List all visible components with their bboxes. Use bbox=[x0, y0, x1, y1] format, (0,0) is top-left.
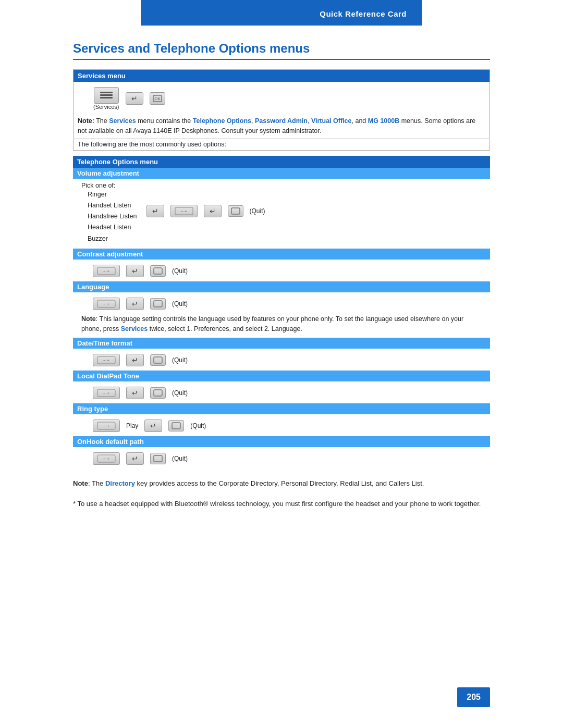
ring-row: − + Play ↵ (Quit) bbox=[73, 414, 490, 436]
language-enter-arrow: ↵ bbox=[132, 300, 138, 308]
telephone-options-header: Telephone Options menu bbox=[73, 156, 490, 168]
services-menu-buttons-row: (Services) ↵ OK bbox=[74, 82, 490, 114]
datetime-header: Date/Time format bbox=[73, 338, 490, 349]
onhook-btn-row: − + ↵ (Quit) bbox=[77, 449, 486, 467]
language-services-bold: Services bbox=[121, 325, 148, 332]
ring-wide-key: − + bbox=[93, 419, 120, 432]
ring-quit-key bbox=[168, 420, 184, 431]
volume-enter-arrow-2: ↵ bbox=[210, 207, 216, 215]
svg-text:OK: OK bbox=[154, 96, 161, 101]
svg-text:−   +: − + bbox=[103, 456, 109, 461]
datetime-quit-label: (Quit) bbox=[172, 356, 188, 364]
ring-btn-row: − + Play ↵ (Quit) bbox=[77, 416, 486, 434]
datetime-enter-arrow: ↵ bbox=[132, 356, 138, 364]
contrast-row: − + ↵ (Quit) bbox=[73, 260, 490, 281]
contrast-enter-arrow: ↵ bbox=[132, 267, 138, 275]
ring-enter-key: ↵ bbox=[144, 419, 162, 432]
svg-text:−   +: − + bbox=[103, 302, 109, 306]
contrast-quit-label: (Quit) bbox=[172, 267, 188, 275]
top-banner: Quick Reference Card bbox=[141, 0, 422, 26]
bottom-note-bold: Note bbox=[73, 479, 88, 487]
svg-text:−   +: − + bbox=[103, 391, 109, 396]
language-note: Note: This language setting controls the… bbox=[77, 312, 486, 336]
svg-rect-22 bbox=[172, 423, 180, 429]
services-key-icon bbox=[94, 87, 119, 104]
contrast-wide-key: − + bbox=[93, 265, 120, 277]
ring-header: Ring type bbox=[73, 403, 490, 414]
volume-option-handsfree: Handsfree Listen bbox=[88, 211, 137, 222]
language-header: Language bbox=[73, 281, 490, 292]
onhook-header: OnHook default path bbox=[73, 436, 490, 447]
volume-row: Pick one of: Ringer Handset Listen Hands… bbox=[73, 179, 490, 249]
telephone-options-table: Telephone Options menu Volume adjustment… bbox=[73, 156, 490, 470]
dialpad-btn-row: − + ↵ (Quit) bbox=[77, 384, 486, 401]
svg-text:−   +: − + bbox=[103, 424, 109, 428]
dialpad-row: − + ↵ (Quit) bbox=[73, 381, 490, 403]
datetime-quit-key bbox=[150, 354, 166, 366]
services-menu-table: Services menu bbox=[73, 69, 490, 151]
note-bold-1: Note: bbox=[78, 117, 94, 125]
language-quit-label: (Quit) bbox=[172, 300, 188, 307]
svg-rect-10 bbox=[154, 268, 162, 274]
enter-key-1: ↵ bbox=[126, 92, 143, 105]
volume-enter-key-2: ↵ bbox=[204, 205, 222, 217]
ring-enter-arrow: ↵ bbox=[150, 422, 156, 430]
select-key-1: OK bbox=[150, 92, 165, 105]
volume-option-ringer: Ringer bbox=[88, 189, 137, 200]
volume-option-handset: Handset Listen bbox=[88, 200, 137, 211]
services-label: (Services) bbox=[93, 104, 119, 110]
banner-title: Quick Reference Card bbox=[320, 9, 407, 18]
datetime-btn-row: − + ↵ (Quit) bbox=[77, 351, 486, 368]
page-title: Services and Telephone Options menus bbox=[73, 41, 490, 60]
language-btn-row: − + ↵ (Quit) bbox=[77, 294, 486, 312]
pick-one-label: Pick one of: bbox=[77, 181, 486, 189]
volume-option-headset: Headset Listen bbox=[88, 222, 137, 233]
volume-btn-row: ↵ − + ↵ bbox=[141, 189, 486, 219]
dialpad-wide-key: − + bbox=[93, 387, 120, 399]
svg-rect-19 bbox=[154, 390, 162, 396]
services-menu-header: Services menu bbox=[74, 70, 490, 82]
services-btn-row: (Services) ↵ OK bbox=[78, 84, 485, 112]
ring-quit-label: (Quit) bbox=[190, 422, 206, 429]
services-note: Note: The Services menu contains the Tel… bbox=[74, 114, 490, 138]
language-wide-key: − + bbox=[93, 298, 120, 310]
page-wrapper: Quick Reference Card Services and Teleph… bbox=[0, 0, 563, 728]
dialpad-header: Local DialPad Tone bbox=[73, 371, 490, 381]
volume-quit-key bbox=[228, 205, 243, 217]
bluetooth-note: * To use a headset equipped with Bluetoo… bbox=[73, 499, 490, 510]
volume-enter-arrow: ↵ bbox=[152, 207, 158, 215]
dialpad-quit-key bbox=[150, 387, 166, 399]
svg-rect-25 bbox=[154, 455, 162, 462]
svg-text:−   +: − + bbox=[181, 209, 187, 214]
svg-rect-7 bbox=[231, 208, 240, 214]
enter-arrow-1: ↵ bbox=[131, 94, 138, 103]
contrast-enter-key: ↵ bbox=[126, 265, 144, 277]
contrast-quit-key bbox=[150, 265, 166, 277]
svg-text:−   +: − + bbox=[103, 358, 109, 363]
language-row: − + ↵ (Quit) bbox=[73, 292, 490, 338]
language-enter-key: ↵ bbox=[126, 298, 144, 310]
onhook-row: − + ↵ (Quit) bbox=[73, 447, 490, 469]
language-note-bold: Note bbox=[81, 315, 96, 323]
svg-rect-0 bbox=[100, 92, 113, 93]
contrast-btn-row: − + ↵ (Quit) bbox=[77, 262, 486, 279]
svg-rect-2 bbox=[100, 97, 113, 98]
volume-option-buzzer: Buzzer bbox=[88, 233, 137, 244]
language-quit-key bbox=[150, 298, 166, 310]
volume-content: Ringer Handset Listen Handsfree Listen H… bbox=[77, 189, 486, 246]
onhook-wide-key: − + bbox=[93, 452, 120, 465]
onhook-quit-label: (Quit) bbox=[172, 455, 188, 462]
volume-quit-label: (Quit) bbox=[250, 207, 265, 215]
mg1000b-link: MG 1000B bbox=[368, 117, 399, 125]
onhook-quit-key bbox=[150, 453, 166, 464]
datetime-enter-key: ↵ bbox=[126, 354, 144, 366]
page-number: 205 bbox=[457, 687, 490, 707]
password-admin-link: Password Admin bbox=[255, 117, 308, 125]
dialpad-quit-label: (Quit) bbox=[172, 389, 188, 397]
services-link-1: Services bbox=[109, 117, 136, 125]
contrast-header: Contrast adjustment bbox=[73, 249, 490, 260]
svg-rect-16 bbox=[154, 357, 162, 363]
datetime-row: − + ↵ (Quit) bbox=[73, 349, 490, 371]
virtual-office-link: Virtual Office bbox=[311, 117, 352, 125]
main-content: Services and Telephone Options menus Ser… bbox=[0, 26, 563, 541]
